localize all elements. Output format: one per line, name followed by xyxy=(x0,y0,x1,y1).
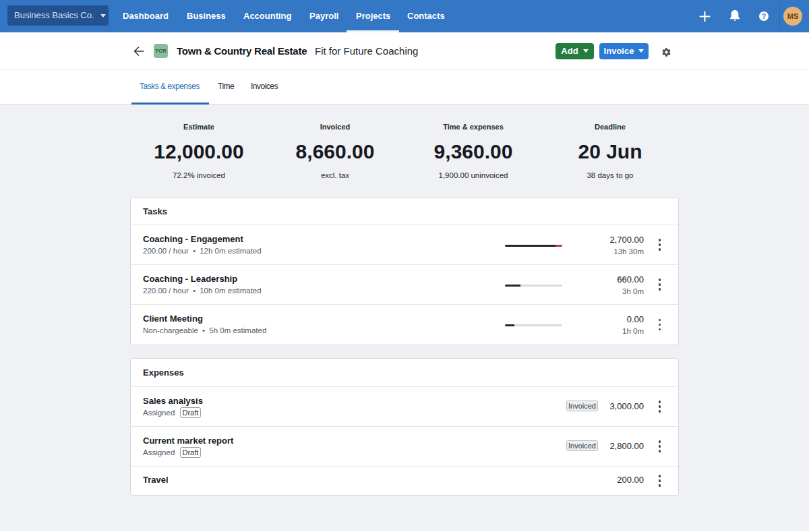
svg-text:?: ? xyxy=(762,13,766,20)
